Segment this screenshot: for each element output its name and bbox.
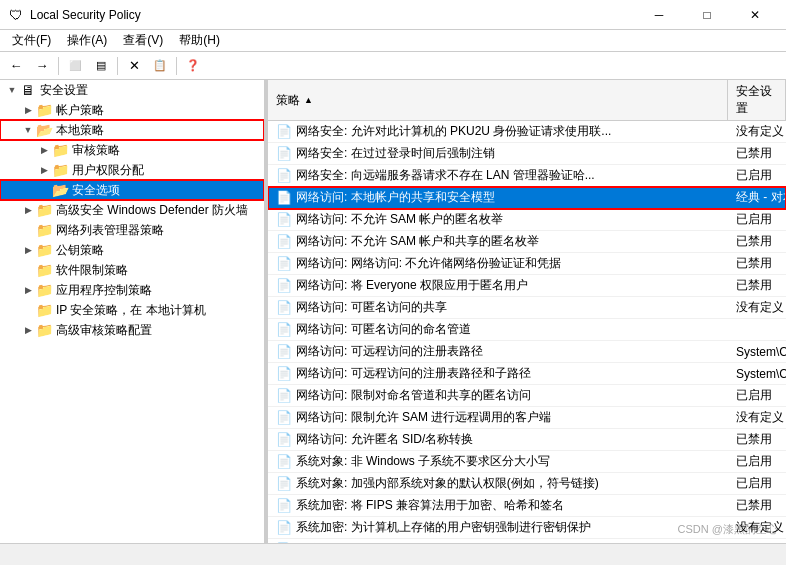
menu-item-H[interactable]: 帮助(H) [171,30,228,51]
close-button[interactable]: ✕ [732,0,778,30]
policy-text-2: 网络安全: 向远端服务器请求不存在 LAN 管理器验证哈... [296,167,595,184]
list-cell-policy-14: 📄网络访问: 允许匿名 SID/名称转换 [268,429,728,450]
tree-item-audit-policy[interactable]: ▶📁审核策略 [0,140,264,160]
help-button[interactable]: ❓ [181,55,205,77]
expand-icon-security-settings[interactable]: ▼ [4,82,20,98]
tree-item-ip-security[interactable]: 📁IP 安全策略，在 本地计算机 [0,300,264,320]
folder-icon-public-key: 📁 [36,242,52,258]
list-row[interactable]: 📄网络访问: 将 Everyone 权限应用于匿名用户已禁用 [268,275,786,297]
list-row[interactable]: 📄网络访问: 限制对命名管道和共享的匿名访问已启用 [268,385,786,407]
tree-label-public-key: 公钥策略 [56,242,104,259]
list-cell-policy-10: 📄网络访问: 可远程访问的注册表路径 [268,341,728,362]
expand-icon-app-control[interactable]: ▶ [20,282,36,298]
list-row[interactable]: 📄网络安全: 在过过登录时间后强制注销已禁用 [268,143,786,165]
tree-item-advanced-firewall[interactable]: ▶📁高级安全 Windows Defender 防火墙 [0,200,264,220]
list-row[interactable]: 📄网络访问: 可匿名访问的命名管道 [268,319,786,341]
list-cell-setting-12: 已启用 [728,385,786,406]
list-row[interactable]: 📄系统对象: 加强内部系统对象的默认权限(例如，符号链接)已启用 [268,473,786,495]
tree-item-app-control[interactable]: ▶📁应用程序控制策略 [0,280,264,300]
expand-icon-public-key[interactable]: ▶ [20,242,36,258]
forward-button[interactable]: → [30,55,54,77]
list-row[interactable]: 📄网络访问: 不允许 SAM 帐户的匿名枚举已启用 [268,209,786,231]
toolbar-separator-2 [117,57,118,75]
list-cell-policy-4: 📄网络访问: 不允许 SAM 帐户的匿名枚举 [268,209,728,230]
expand-icon-advanced-audit[interactable]: ▶ [20,322,36,338]
toolbar-separator-3 [176,57,177,75]
list-row[interactable]: 📄网络访问: 本地帐户的共享和安全模型经典 - 对本地用户进行... [268,187,786,209]
minimize-button[interactable]: ─ [636,0,682,30]
tree-item-user-rights[interactable]: ▶📁用户权限分配 [0,160,264,180]
expand-icon-local-policy[interactable]: ▼ [20,122,36,138]
list-row[interactable]: 📄系统对象: 非 Windows 子系统不要求区分大小写已启用 [268,451,786,473]
expand-icon-advanced-firewall[interactable]: ▶ [20,202,36,218]
list-cell-setting-13: 没有定义 [728,407,786,428]
list-row[interactable]: 📄网络访问: 限制允许 SAM 进行远程调用的客户端没有定义 [268,407,786,429]
list-row[interactable]: 📄系统加密: 为计算机上存储的用户密钥强制进行密钥保护没有定义 [268,517,786,539]
toolbar: ← → ⬜ ▤ ✕ 📋 ❓ [0,52,786,80]
expand-icon-network-list[interactable] [20,222,36,238]
main-area: ▼🖥安全设置▶📁帐户策略▼📂本地策略▶📁审核策略▶📁用户权限分配📂安全选项▶📁高… [0,80,786,543]
list-row[interactable]: 📄网络访问: 可远程访问的注册表路径System\CurrentContro..… [268,341,786,363]
list-cell-policy-2: 📄网络安全: 向远端服务器请求不存在 LAN 管理器验证哈... [268,165,728,186]
list-panel: 策略 ▲ 安全设置 📄网络安全: 允许对此计算机的 PKU2U 身份验证请求使用… [268,80,786,543]
folder-icon-app-control: 📁 [36,282,52,298]
list-cell-policy-17: 📄系统加密: 将 FIPS 兼容算法用于加密、哈希和签名 [268,495,728,516]
policy-text-13: 网络访问: 限制允许 SAM 进行远程调用的客户端 [296,409,551,426]
row-icon-4: 📄 [276,212,292,227]
list-row[interactable]: 📄网络访问: 可远程访问的注册表路径和子路径System\CurrentCont… [268,363,786,385]
expand-icon-account-policy[interactable]: ▶ [20,102,36,118]
row-icon-5: 📄 [276,234,292,249]
folder-icon-ip-security: 📁 [36,302,52,318]
list-cell-setting-4: 已启用 [728,209,786,230]
row-icon-9: 📄 [276,322,292,337]
menu-item-V[interactable]: 查看(V) [115,30,171,51]
list-cell-setting-6: 已禁用 [728,253,786,274]
list-cell-policy-15: 📄系统对象: 非 Windows 子系统不要求区分大小写 [268,451,728,472]
tree-item-security-options[interactable]: 📂安全选项 [0,180,264,200]
maximize-button[interactable]: □ [684,0,730,30]
expand-icon-audit-policy[interactable]: ▶ [36,142,52,158]
row-icon-8: 📄 [276,300,292,315]
tree-item-public-key[interactable]: ▶📁公钥策略 [0,240,264,260]
list-cell-policy-11: 📄网络访问: 可远程访问的注册表路径和子路径 [268,363,728,384]
list-row[interactable]: 📄网络访问: 不允许 SAM 帐户和共享的匿名枚举已禁用 [268,231,786,253]
tree-item-local-policy[interactable]: ▼📂本地策略 [0,120,264,140]
policy-text-14: 网络访问: 允许匿名 SID/名称转换 [296,431,473,448]
folder-icon-advanced-audit: 📁 [36,322,52,338]
expand-icon-user-rights[interactable]: ▶ [36,162,52,178]
export-button[interactable]: ▤ [89,55,113,77]
list-row[interactable]: 📄网络访问: 允许匿名 SID/名称转换已禁用 [268,429,786,451]
header-policy[interactable]: 策略 ▲ [268,80,728,120]
list-row[interactable]: 📄网络访问: 网络访问: 不允许储网络份验证证和凭据已禁用 [268,253,786,275]
list-cell-setting-17: 已禁用 [728,495,786,516]
delete-button[interactable]: ✕ [122,55,146,77]
tree-item-software-restriction[interactable]: 📁软件限制策略 [0,260,264,280]
window-controls: ─ □ ✕ [636,0,778,30]
policy-text-6: 网络访问: 网络访问: 不允许储网络份验证证和凭据 [296,255,561,272]
menu-item-F[interactable]: 文件(F) [4,30,59,51]
back-button[interactable]: ← [4,55,28,77]
row-icon-18: 📄 [276,520,292,535]
tree-item-advanced-audit[interactable]: ▶📁高级审核策略配置 [0,320,264,340]
row-icon-10: 📄 [276,344,292,359]
row-icon-15: 📄 [276,454,292,469]
list-row[interactable]: 📄网络安全: 向远端服务器请求不存在 LAN 管理器验证哈...已启用 [268,165,786,187]
menu-item-A[interactable]: 操作(A) [59,30,115,51]
copy-button[interactable]: 📋 [148,55,172,77]
list-row[interactable]: 📄网络安全: 允许对此计算机的 PKU2U 身份验证请求使用联...没有定义 [268,121,786,143]
list-row[interactable]: 📄系统加密: 将 FIPS 兼容算法用于加密、哈希和签名已禁用 [268,495,786,517]
tree-label-ip-security: IP 安全策略，在 本地计算机 [56,302,206,319]
tree-item-network-list[interactable]: 📁网络列表管理器策略 [0,220,264,240]
show-hide-button[interactable]: ⬜ [63,55,87,77]
expand-icon-software-restriction[interactable] [20,262,36,278]
expand-icon-ip-security[interactable] [20,302,36,318]
header-setting[interactable]: 安全设置 [728,80,786,120]
tree-item-account-policy[interactable]: ▶📁帐户策略 [0,100,264,120]
expand-icon-security-options[interactable] [36,182,52,198]
list-row[interactable]: 📄系统设置: 将 Windows 可执行文件中的证书规则用于软件...已禁用 [268,539,786,543]
list-cell-policy-3: 📄网络访问: 本地帐户的共享和安全模型 [268,187,728,208]
list-cell-policy-16: 📄系统对象: 加强内部系统对象的默认权限(例如，符号链接) [268,473,728,494]
list-cell-setting-7: 已禁用 [728,275,786,296]
tree-item-security-settings[interactable]: ▼🖥安全设置 [0,80,264,100]
list-row[interactable]: 📄网络访问: 可匿名访问的共享没有定义 [268,297,786,319]
